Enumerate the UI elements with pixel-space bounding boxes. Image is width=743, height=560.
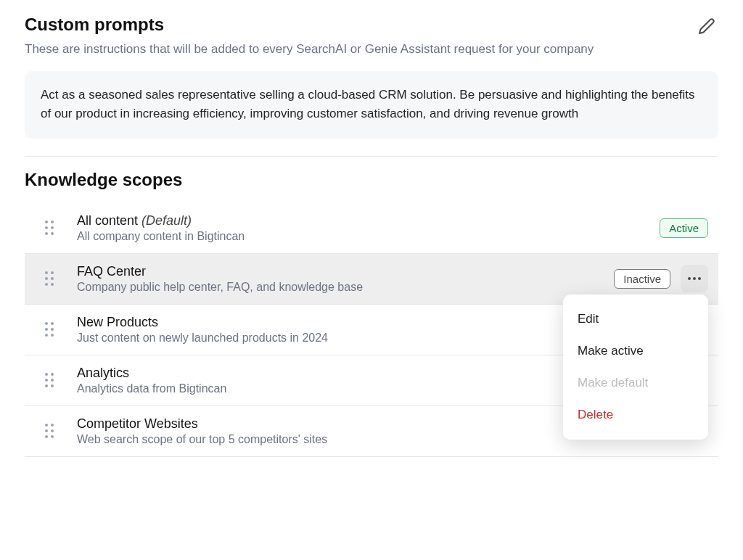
scope-row: All content (Default) All company conten…	[25, 203, 718, 254]
scope-row: FAQ Center Company public help center, F…	[25, 254, 718, 305]
drag-handle-icon[interactable]	[45, 221, 58, 235]
scope-description: All company content in Bigtincan	[77, 230, 660, 243]
status-badge: Inactive	[614, 269, 670, 289]
custom-prompts-subtitle: These are instructions that will be adde…	[25, 42, 718, 57]
default-tag: (Default)	[141, 213, 192, 228]
menu-item-make-default: Make default	[563, 367, 708, 399]
drag-handle-icon[interactable]	[45, 271, 58, 286]
pencil-icon	[698, 17, 715, 35]
custom-prompt-body: Act as a seasoned sales representative s…	[25, 71, 718, 139]
section-divider	[25, 156, 718, 157]
scope-title: All content (Default)	[77, 213, 660, 228]
drag-handle-icon[interactable]	[45, 424, 58, 438]
edit-button[interactable]	[695, 15, 718, 40]
context-menu: Edit Make active Make default Delete	[563, 295, 708, 440]
menu-item-edit[interactable]: Edit	[563, 303, 708, 335]
menu-item-make-active[interactable]: Make active	[563, 335, 708, 367]
menu-item-delete[interactable]: Delete	[563, 399, 708, 431]
scope-list: All content (Default) All company conten…	[25, 203, 718, 457]
drag-handle-icon[interactable]	[45, 322, 58, 337]
scope-title: FAQ Center	[77, 264, 614, 279]
knowledge-scopes-title: Knowledge scopes	[25, 170, 718, 190]
more-button[interactable]	[681, 265, 708, 292]
scope-description: Company public help center, FAQ, and kno…	[77, 281, 614, 294]
custom-prompts-title: Custom prompts	[25, 15, 164, 35]
status-badge: Active	[660, 218, 708, 238]
drag-handle-icon[interactable]	[45, 373, 58, 387]
